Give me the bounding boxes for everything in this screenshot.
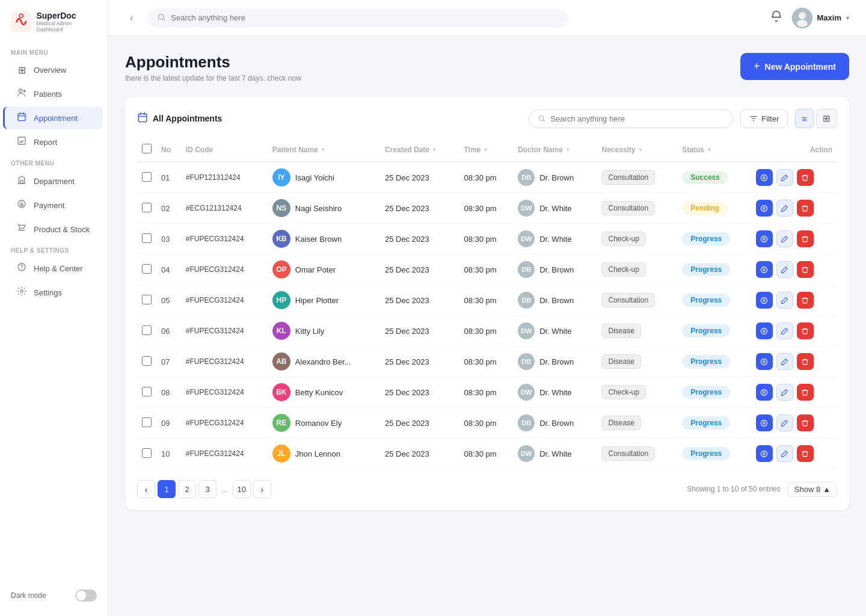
edit-button[interactable] bbox=[776, 414, 793, 431]
sidebar-item-patients[interactable]: Patients bbox=[5, 82, 103, 105]
row-checkbox[interactable] bbox=[142, 356, 152, 366]
view-button[interactable] bbox=[756, 292, 773, 309]
show-select[interactable]: Show 8 ▲ bbox=[788, 482, 837, 497]
row-checkbox[interactable] bbox=[142, 203, 152, 212]
view-button[interactable] bbox=[756, 445, 773, 462]
new-appointment-button[interactable]: + New Appointment bbox=[740, 53, 849, 80]
page-btn-10[interactable]: 10 bbox=[233, 480, 251, 498]
row-necessity: Consultation bbox=[597, 193, 677, 224]
page-btn-3[interactable]: 3 bbox=[198, 480, 216, 498]
row-doctor: DW Dr. White bbox=[513, 439, 597, 469]
row-date: 25 Dec 2023 bbox=[380, 346, 459, 377]
row-action bbox=[751, 285, 837, 316]
prev-page-button[interactable]: ‹ bbox=[137, 480, 155, 498]
view-button[interactable] bbox=[756, 169, 773, 186]
sidebar-item-appointment[interactable]: Appointment bbox=[3, 106, 103, 129]
necessity-badge: Consultation bbox=[601, 293, 655, 307]
delete-button[interactable] bbox=[797, 200, 814, 217]
view-button[interactable] bbox=[756, 414, 773, 431]
view-button[interactable] bbox=[756, 322, 773, 339]
sidebar-item-settings[interactable]: Settings bbox=[5, 281, 103, 304]
sidebar-label-payment: Payment bbox=[34, 201, 64, 210]
edit-button[interactable] bbox=[776, 200, 793, 217]
row-action bbox=[751, 316, 837, 346]
delete-button[interactable] bbox=[797, 414, 814, 431]
svg-point-23 bbox=[763, 391, 765, 393]
delete-button[interactable] bbox=[797, 292, 814, 309]
edit-button[interactable] bbox=[776, 230, 793, 247]
view-button[interactable] bbox=[756, 353, 773, 370]
show-chevron-icon: ▲ bbox=[823, 485, 831, 494]
collapse-button[interactable]: ‹ bbox=[125, 10, 138, 26]
delete-button[interactable] bbox=[797, 445, 814, 462]
next-page-button[interactable]: › bbox=[253, 480, 271, 498]
page-btn-1[interactable]: 1 bbox=[158, 480, 176, 498]
row-checkbox[interactable] bbox=[142, 295, 152, 304]
delete-button[interactable] bbox=[797, 230, 814, 247]
row-action bbox=[751, 346, 837, 377]
report-icon bbox=[16, 136, 28, 148]
edit-button[interactable] bbox=[776, 261, 793, 278]
row-date: 25 Dec 2023 bbox=[380, 408, 459, 439]
row-action bbox=[751, 193, 837, 224]
user-menu[interactable]: Maxim ▾ bbox=[792, 8, 849, 28]
sidebar-item-product-stock[interactable]: Product & Stock bbox=[5, 218, 103, 241]
edit-button[interactable] bbox=[776, 292, 793, 309]
table-search-input[interactable] bbox=[550, 114, 724, 123]
row-checkbox[interactable] bbox=[142, 325, 152, 335]
sidebar-item-overview[interactable]: ⊞ Overview bbox=[5, 59, 103, 81]
delete-button[interactable] bbox=[797, 169, 814, 186]
sidebar-item-department[interactable]: Department bbox=[5, 170, 103, 192]
row-no: 05 bbox=[156, 285, 181, 316]
patient-name: Betty Kunicov bbox=[295, 388, 343, 397]
edit-button[interactable] bbox=[776, 322, 793, 339]
row-status: Progress bbox=[677, 377, 751, 408]
delete-button[interactable] bbox=[797, 322, 814, 339]
sidebar-item-report[interactable]: Report bbox=[5, 131, 103, 153]
col-no: No bbox=[156, 139, 181, 162]
doctor-name: Dr. Brown bbox=[539, 419, 574, 428]
delete-button[interactable] bbox=[797, 384, 814, 401]
necessity-badge: Check-up bbox=[601, 262, 645, 277]
edit-button[interactable] bbox=[776, 384, 793, 401]
view-button[interactable] bbox=[756, 200, 773, 217]
edit-button[interactable] bbox=[776, 353, 793, 370]
row-checkbox[interactable] bbox=[142, 172, 152, 182]
delete-button[interactable] bbox=[797, 353, 814, 370]
sidebar-item-payment[interactable]: Payment bbox=[5, 194, 103, 217]
row-time: 08:30 pm bbox=[459, 408, 513, 439]
patient-name: Isagi Yoichi bbox=[295, 173, 334, 182]
row-status: Progress bbox=[677, 254, 751, 285]
delete-button[interactable] bbox=[797, 261, 814, 278]
pagination-buttons: ‹ 1 2 3 ... 10 › bbox=[137, 480, 271, 498]
row-checkbox[interactable] bbox=[142, 387, 152, 396]
row-time: 08:30 pm bbox=[459, 224, 513, 254]
grid-view-button[interactable]: ⊞ bbox=[816, 109, 837, 128]
notification-button[interactable] bbox=[770, 10, 782, 25]
view-button[interactable] bbox=[756, 261, 773, 278]
edit-button[interactable] bbox=[776, 169, 793, 186]
sidebar-item-help[interactable]: Help & Center bbox=[5, 257, 103, 280]
patient-name: Kitty Lily bbox=[295, 327, 324, 336]
status-badge: Progress bbox=[682, 232, 730, 245]
view-button[interactable] bbox=[756, 384, 773, 401]
row-checkbox[interactable] bbox=[142, 448, 152, 458]
page-btn-2[interactable]: 2 bbox=[178, 480, 196, 498]
filter-button[interactable]: Filter bbox=[740, 109, 788, 128]
dark-mode-toggle[interactable] bbox=[75, 590, 97, 602]
row-checkbox[interactable] bbox=[142, 233, 152, 243]
list-view-button[interactable]: ≡ bbox=[795, 109, 814, 128]
row-time: 08:30 pm bbox=[459, 193, 513, 224]
edit-button[interactable] bbox=[776, 445, 793, 462]
select-all-checkbox[interactable] bbox=[142, 144, 152, 153]
filter-label: Filter bbox=[761, 114, 779, 123]
row-checkbox[interactable] bbox=[142, 264, 152, 274]
table-search-icon bbox=[538, 114, 545, 123]
view-button[interactable] bbox=[756, 230, 773, 247]
status-badge: Success bbox=[682, 171, 728, 184]
row-checkbox[interactable] bbox=[142, 417, 152, 427]
all-appointments-label: All Appointments bbox=[153, 114, 222, 123]
global-search-input[interactable] bbox=[171, 13, 559, 22]
table-row: 02 #ECG121312424 NS Nagi Seishiro 25 Dec… bbox=[137, 193, 837, 224]
section-main: Main Menu bbox=[0, 43, 108, 58]
